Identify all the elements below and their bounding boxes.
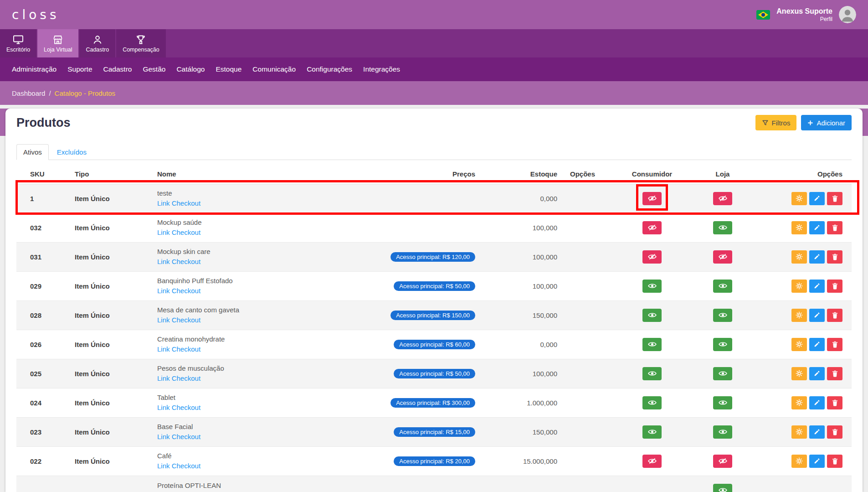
module-tab-compensacao[interactable]: Compensação — [116, 29, 167, 57]
consumidor-visibility-toggle[interactable] — [642, 367, 662, 380]
loja-visibility-toggle[interactable] — [713, 484, 732, 492]
consumidor-visibility-toggle[interactable] — [642, 221, 662, 234]
menu-item-configuracoes[interactable]: Configurações — [307, 65, 352, 73]
col-header-estoque: Estoque — [479, 165, 561, 184]
settings-button[interactable] — [791, 396, 807, 409]
checkout-link[interactable]: Link Checkout — [157, 344, 200, 354]
menu-item-suporte[interactable]: Suporte — [67, 65, 92, 73]
checkout-link[interactable]: Link Checkout — [157, 228, 200, 238]
loja-visibility-toggle[interactable] — [713, 309, 732, 322]
filters-button[interactable]: Filtros — [755, 115, 797, 130]
loja-visibility-toggle[interactable] — [713, 221, 732, 234]
edit-button[interactable] — [809, 425, 825, 439]
checkout-link[interactable]: Link Checkout — [157, 286, 200, 296]
settings-button[interactable] — [791, 425, 807, 439]
brazil-flag-icon[interactable] — [756, 10, 770, 20]
edit-button[interactable] — [809, 250, 825, 264]
module-tab-escritorio[interactable]: Escritório — [0, 29, 37, 57]
menu-item-estoque[interactable]: Estoque — [216, 65, 241, 73]
delete-button[interactable] — [827, 367, 842, 380]
edit-button[interactable] — [809, 221, 825, 234]
loja-visibility-toggle[interactable] — [713, 367, 732, 380]
module-tab-loja-virtual[interactable]: Loja Virtual — [37, 29, 79, 57]
delete-button[interactable] — [827, 280, 842, 293]
cell-loja — [688, 417, 757, 446]
loja-visibility-toggle[interactable] — [713, 455, 732, 468]
settings-button[interactable] — [791, 309, 807, 322]
edit-button[interactable] — [809, 367, 825, 380]
delete-button[interactable] — [827, 221, 842, 234]
edit-button[interactable] — [809, 309, 825, 322]
checkout-link[interactable]: Link Checkout — [157, 403, 200, 413]
breadcrumb-dashboard-link[interactable]: Dashboard — [12, 89, 45, 97]
menu-item-administracao[interactable]: Administração — [12, 65, 56, 73]
settings-button[interactable] — [791, 455, 807, 468]
trash-icon — [832, 429, 838, 435]
cell-loja — [688, 330, 757, 359]
add-product-button[interactable]: Adicionar — [801, 115, 852, 130]
consumidor-visibility-toggle[interactable] — [642, 280, 662, 293]
cell-consumidor — [616, 446, 688, 476]
checkout-link[interactable]: Link Checkout — [157, 315, 200, 325]
consumidor-visibility-toggle[interactable] — [642, 192, 662, 205]
cell-opcoes-empty — [561, 446, 616, 476]
loja-visibility-toggle[interactable] — [713, 280, 732, 293]
delete-button[interactable] — [827, 425, 842, 439]
settings-button[interactable] — [791, 338, 807, 351]
tab-excluidos[interactable]: Excluídos — [49, 145, 95, 160]
delete-button[interactable] — [827, 192, 842, 205]
delete-button[interactable] — [827, 250, 842, 264]
cell-loja — [688, 446, 757, 476]
module-tab-cadastro[interactable]: Cadastro — [79, 29, 116, 57]
consumidor-visibility-toggle[interactable] — [642, 250, 662, 264]
trash-icon — [832, 224, 838, 231]
product-name: Mesa de canto com gaveta — [157, 305, 342, 315]
edit-button[interactable] — [809, 280, 825, 293]
settings-button[interactable] — [791, 192, 807, 205]
loja-visibility-toggle[interactable] — [713, 192, 732, 205]
settings-button[interactable] — [791, 367, 807, 380]
col-header-loja: Loja — [688, 165, 757, 184]
loja-visibility-toggle[interactable] — [713, 250, 732, 264]
user-menu[interactable]: Anexus Suporte Perfil — [776, 7, 832, 23]
edit-button[interactable] — [809, 192, 825, 205]
cell-loja — [688, 271, 757, 300]
cell-tipo: Item Único — [62, 359, 146, 388]
menu-item-comunicacao[interactable]: Comunicação — [252, 65, 296, 73]
settings-button[interactable] — [791, 221, 807, 234]
table-row: 026 Item Único Creatina monohydrate Link… — [16, 330, 852, 359]
menu-item-integracoes[interactable]: Integrações — [363, 65, 400, 73]
checkout-link[interactable]: Link Checkout — [157, 257, 200, 267]
consumidor-visibility-toggle[interactable] — [642, 425, 662, 439]
menu-item-cadastro[interactable]: Cadastro — [103, 65, 132, 73]
settings-button[interactable] — [791, 280, 807, 293]
checkout-link[interactable]: Link Checkout — [157, 198, 200, 208]
funnel-icon — [762, 119, 769, 126]
delete-button[interactable] — [827, 396, 842, 409]
edit-button[interactable] — [809, 396, 825, 409]
edit-button[interactable] — [809, 455, 825, 468]
settings-button[interactable] — [791, 250, 807, 264]
loja-visibility-toggle[interactable] — [713, 338, 732, 351]
tab-ativos[interactable]: Ativos — [16, 144, 49, 160]
delete-button[interactable] — [827, 338, 842, 351]
loja-visibility-toggle[interactable] — [713, 396, 732, 409]
checkout-link[interactable]: Link Checkout — [157, 432, 200, 442]
menu-item-catalogo[interactable]: Catálogo — [176, 65, 205, 73]
consumidor-visibility-toggle[interactable] — [642, 338, 662, 351]
monitor-icon — [12, 34, 24, 45]
delete-button[interactable] — [827, 455, 842, 468]
col-header-sku: SKU — [16, 165, 62, 184]
cell-estoque: 150,000 — [479, 300, 561, 330]
checkout-link[interactable]: Link Checkout — [157, 461, 200, 471]
checkout-link[interactable]: Link Checkout — [157, 490, 200, 492]
consumidor-visibility-toggle[interactable] — [642, 309, 662, 322]
checkout-link[interactable]: Link Checkout — [157, 373, 200, 383]
menu-item-gestao[interactable]: Gestão — [143, 65, 165, 73]
avatar[interactable] — [839, 6, 856, 23]
delete-button[interactable] — [827, 309, 842, 322]
loja-visibility-toggle[interactable] — [713, 425, 732, 439]
consumidor-visibility-toggle[interactable] — [642, 396, 662, 409]
edit-button[interactable] — [809, 338, 825, 351]
consumidor-visibility-toggle[interactable] — [642, 455, 662, 468]
